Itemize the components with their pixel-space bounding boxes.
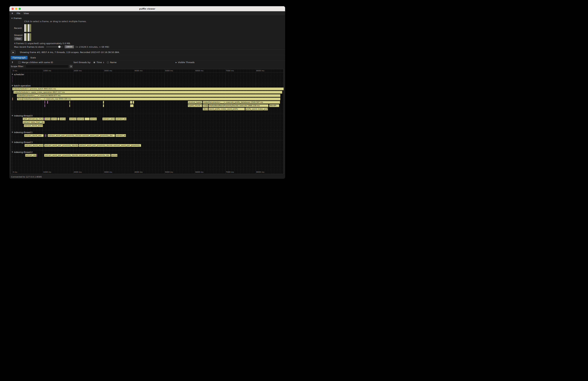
sort-by-name-radio[interactable] xyxy=(107,61,109,64)
theme-toggle-icon[interactable]: ✳ xyxy=(11,12,13,15)
frame-thumb-bar[interactable] xyxy=(26,24,28,32)
thread-header[interactable]: ▼indexing-thread:3 xyxy=(11,141,284,144)
scope-bar[interactable]: extract::data_from_ob xyxy=(23,121,45,124)
frame-thumb-bar[interactable] xyxy=(24,33,26,41)
thread-header[interactable]: ▼indexing-thread:2 xyxy=(11,150,284,154)
scope-bar[interactable] xyxy=(84,118,90,120)
scope-bar[interactable]: IndexScheduler>::apply_index_operation 8… xyxy=(13,91,282,94)
scope-bar[interactable]: extrac xyxy=(60,118,66,120)
scope-bar[interactable] xyxy=(12,98,13,100)
scope-bar[interactable] xyxy=(37,154,37,157)
tab-flamegraph[interactable]: Flamegraph xyxy=(11,56,27,59)
scope-bar[interactable]: index xyxy=(203,104,208,107)
thread-header[interactable]: ▼indexing-thread:0 xyxy=(11,114,284,117)
scope-bar[interactable]: typed_chunk::w xyxy=(188,104,202,107)
scope-bar[interactable] xyxy=(103,104,104,107)
scope-bar[interactable] xyxy=(46,134,46,137)
scope-bar[interactable] xyxy=(69,101,70,104)
flamegraph-canvas[interactable]: 0 ms1000 ms2000 ms3000 ms4000 ms5000 ms6… xyxy=(11,69,284,174)
frame-thumb-bar[interactable] xyxy=(24,24,26,32)
scope-bar[interactable] xyxy=(103,101,104,104)
sort-by-time-label[interactable]: Time xyxy=(97,61,102,64)
frames-header[interactable]: ▼ Frames xyxy=(11,17,284,20)
thread-header[interactable]: ▼indexing-thread:1 xyxy=(11,130,284,134)
scope-bar[interactable] xyxy=(44,104,45,107)
thread-header[interactable]: ▼batch-operation xyxy=(11,84,284,87)
merge-children-label[interactable]: Merge children with same ID xyxy=(22,61,53,64)
sort-by-time-radio[interactable] xyxy=(93,61,95,64)
scope-bar[interactable]: extrac xyxy=(111,154,117,157)
scope-bar[interactable]: IndexScheduler>::process_batch 8953.821 … xyxy=(12,87,284,90)
scope-bar[interactable] xyxy=(130,104,134,107)
scope-bar[interactable]: extract xyxy=(45,118,51,120)
scope-bar[interactable] xyxy=(69,104,70,107)
scope-bar[interactable] xyxy=(45,134,46,137)
scope-bar-label: Word xyxy=(203,108,208,110)
recent-frames-thumbnail[interactable] xyxy=(24,24,32,32)
frame-thumb-bar[interactable] xyxy=(26,33,28,41)
flame-sections[interactable]: ▼scheduler▼batch-operationIndexScheduler… xyxy=(11,72,284,170)
minimize-window-button[interactable] xyxy=(15,8,17,10)
max-frames-slider[interactable] xyxy=(46,45,63,48)
sort-direction-arrow-icon[interactable]: ↓ xyxy=(103,61,104,64)
scope-bar[interactable]: IndexDocuments<_, _>::execute_prefix_dat… xyxy=(203,101,280,104)
scope-bar[interactable]: PrefixWordPairsProximityDocids::execute … xyxy=(209,104,269,107)
scope-bar[interactable]: extract_ xyxy=(77,118,84,120)
clear-button[interactable]: Clear xyxy=(14,37,22,41)
scope-bar[interactable]: extract_ xyxy=(69,118,77,120)
scope-bar[interactable]: word_prefix::index_word_prefix xyxy=(209,107,245,110)
scope-bar[interactable]: extract_word_pair_proximity_docids xyxy=(44,144,78,147)
frame-thumb-bar[interactable] xyxy=(28,24,30,32)
scope-bar[interactable]: Word xyxy=(203,107,208,110)
close-window-button[interactable] xyxy=(12,8,14,10)
max-frames-value[interactable]: 18000 xyxy=(65,45,74,48)
slowest-frames-thumbnail[interactable] xyxy=(24,33,32,42)
scope-bar[interactable] xyxy=(130,101,132,104)
scope-bar[interactable]: extract_word_pair_proximity_docids::extr… xyxy=(48,134,115,137)
play-button[interactable]: ▶ xyxy=(11,50,15,54)
scope-bar[interactable]: receive_typed_ xyxy=(188,101,202,104)
scope-bar[interactable] xyxy=(12,80,13,83)
scope-bar[interactable]: extract_doc xyxy=(25,154,36,157)
scope-bar[interactable]: split_grenad_by_chun xyxy=(23,118,44,120)
scope-bar[interactable]: Trans xyxy=(17,98,23,100)
scope-filter-input[interactable] xyxy=(25,65,68,68)
scope-bar[interactable]: IndexDocuments<_, _>::execute 8656.677 m… xyxy=(17,94,280,97)
scope-bar[interactable]: extract_word xyxy=(102,118,115,120)
flame-row: TransIndexDocuments<_, _>::execute_raw 8… xyxy=(11,97,284,101)
scope-bar[interactable]: extract_word_pair_proximity_docids::extr… xyxy=(44,154,111,157)
scope-bar[interactable]: IndexDocuments<_, _>::execute_raw 8459.1… xyxy=(23,98,280,100)
sort-by-name-label[interactable]: Name xyxy=(110,61,116,64)
scope-bar[interactable]: extract_docid_word xyxy=(24,124,43,127)
scope-bar[interactable]: extract_docid_word xyxy=(24,144,44,147)
scope-bar[interactable]: extract xyxy=(90,118,97,120)
frame-thumb-bar[interactable] xyxy=(28,33,30,41)
scope-bar[interactable] xyxy=(44,101,45,104)
tab-stats[interactable]: Stats xyxy=(28,56,38,59)
merge-children-checkbox[interactable] xyxy=(18,61,21,64)
thread-header[interactable]: ▼scheduler xyxy=(11,73,284,76)
scope-bar[interactable] xyxy=(44,134,45,137)
scope-bar[interactable]: extra xyxy=(51,118,57,120)
scope-bar[interactable] xyxy=(44,118,44,120)
scope-bar[interactable]: extract_wo xyxy=(115,118,126,120)
menu-item-file[interactable]: File xyxy=(17,12,20,15)
frame-thumb-bar[interactable] xyxy=(30,24,31,32)
frame-thumb-bar[interactable] xyxy=(30,33,31,41)
scope-bar[interactable] xyxy=(133,101,134,104)
help-button[interactable]: ? xyxy=(12,61,13,64)
visible-threads-label: Visible Threads xyxy=(178,61,195,64)
scope-bar[interactable]: extract_docid_wor xyxy=(24,134,44,137)
zoom-window-button[interactable] xyxy=(19,8,21,10)
scope-bar[interactable] xyxy=(12,76,13,79)
scope-bar[interactable]: prefix_word::index_prefix_wo xyxy=(245,107,268,110)
scope-bar[interactable]: WordPr xyxy=(269,104,279,107)
scope-bar[interactable]: extract_wo xyxy=(115,134,126,137)
scope-bar[interactable] xyxy=(47,101,48,104)
slider-knob[interactable] xyxy=(58,46,61,48)
visible-threads-header[interactable]: ▶ Visible Threads xyxy=(176,61,195,64)
scope-bar[interactable]: extract_word_pair_proximity_docids::extr… xyxy=(79,144,141,147)
menu-item-view[interactable]: View xyxy=(24,12,29,15)
scope-bar[interactable] xyxy=(57,118,59,120)
clear-filter-button[interactable]: x xyxy=(69,65,73,68)
